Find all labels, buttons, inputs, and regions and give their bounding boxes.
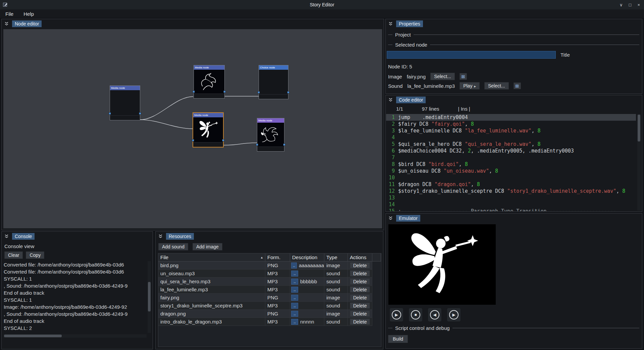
collapse-icon[interactable]	[4, 234, 9, 239]
delete-button[interactable]: Delete	[350, 294, 370, 301]
edit-description-button[interactable]: ..	[291, 295, 298, 301]
code-line[interactable]: 10	[386, 174, 636, 181]
stop-button[interactable]: ■	[409, 308, 423, 322]
sound-clear-button[interactable]: ⊠	[514, 82, 521, 89]
edit-description-button[interactable]: ..	[291, 262, 297, 269]
delete-button[interactable]: Delete	[350, 310, 370, 317]
play-button[interactable]: ▶	[389, 308, 404, 322]
code-line[interactable]: 2$fairy DC8 "fairy.qoi", 8	[386, 121, 636, 127]
panel-title-resources[interactable]: Resources	[166, 233, 194, 240]
panel-title-emulator[interactable]: Emulator	[396, 215, 420, 222]
code-line[interactable]: 5$qui_sera_le_hero DC8 "qui_sera_le_hero…	[386, 141, 636, 148]
collapse-icon[interactable]	[388, 97, 393, 102]
code-line[interactable]: 6$mediaChoice0004 DC32, 2, .mediaEntry00…	[386, 148, 636, 154]
input-port[interactable]	[109, 112, 111, 115]
resource-row[interactable]: un_oiseau.mp3MP3..soundDelete	[158, 270, 372, 278]
collapse-icon[interactable]	[4, 21, 9, 26]
console-log[interactable]: Converted file: /home/anthony/ostproj/ba…	[4, 261, 147, 333]
close-button[interactable]: ×	[637, 3, 640, 7]
add-sound-button[interactable]: Add sound	[158, 243, 188, 250]
node-canvas[interactable]: Media nodeMedia nodeChoice nodeMedia nod…	[3, 29, 382, 228]
resource-row[interactable]: intro_drako_le_dragon.mp3MP3..nnnnnsound…	[158, 318, 372, 326]
code-line[interactable]: 9$un_oiseau DC8 "un_oiseau.wav", 8	[386, 168, 636, 174]
column-header-actions[interactable]: Actions	[348, 253, 372, 261]
console-horizontal-scrollbar[interactable]	[4, 334, 147, 338]
shade-button[interactable]: ∨	[620, 3, 623, 7]
code-line[interactable]: 4	[386, 134, 636, 141]
edit-description-button[interactable]: ..	[291, 271, 298, 277]
choice-node[interactable]: Choice node	[259, 65, 288, 99]
title-input[interactable]	[387, 51, 556, 59]
add-image-button[interactable]: Add image	[193, 243, 222, 250]
column-header-file[interactable]: File▲	[158, 253, 265, 261]
code-area[interactable]: 1jump .mediaEntry00042$fairy DC8 "fairy.…	[386, 114, 636, 211]
resource-row[interactable]: bird.pngPNG..aaaaaaaaaimageDelete	[158, 261, 372, 270]
image-select-button[interactable]: Select...	[430, 73, 455, 80]
collapse-icon[interactable]	[158, 234, 163, 239]
output-port[interactable]	[139, 112, 141, 115]
panel-title-code-editor[interactable]: Code editor	[396, 97, 426, 103]
input-port[interactable]	[258, 91, 260, 94]
code-line[interactable]: 11$dragon DC8 "dragon.qoi", 8	[386, 181, 636, 188]
output-port[interactable]	[222, 139, 224, 141]
dragon-media-node[interactable]: Media node	[257, 118, 284, 152]
delete-button[interactable]: Delete	[350, 262, 370, 269]
resource-row[interactable]: dragon.pngPNG..imageDelete	[158, 310, 372, 318]
scrollbar-thumb[interactable]	[638, 115, 640, 141]
fairy-media-node[interactable]: Media node	[193, 112, 224, 148]
menu-help[interactable]: Help	[22, 10, 35, 17]
input-port[interactable]	[192, 139, 194, 141]
image-clear-button[interactable]: ⊠	[460, 73, 467, 80]
code-line[interactable]: 14	[386, 201, 636, 208]
code-line[interactable]: 3$la_fee_luminelle DC8 "la_fee_luminelle…	[386, 127, 636, 134]
resource-row[interactable]: qui_sera_le_hero.mp3MP3..bbbbbbsoundDele…	[158, 278, 372, 286]
code-line[interactable]: 13	[386, 194, 636, 201]
resource-row[interactable]: story1_drako_luminelle_sceptre.mp3MP3..s…	[158, 302, 372, 310]
edit-description-button[interactable]: ..	[291, 279, 298, 285]
play-sound-button[interactable]: Play▸	[460, 82, 480, 90]
step-forward-button[interactable]: ▶	[447, 308, 461, 322]
delete-button[interactable]: Delete	[350, 286, 370, 293]
code-line[interactable]: 1jump .mediaEntry0004	[386, 114, 636, 121]
collapse-icon[interactable]	[388, 21, 393, 26]
resource-row[interactable]: fairy.pngPNG..imageDelete	[158, 294, 372, 302]
code-line[interactable]: 12$story1_drako_luminelle_sceptre DC8 "s…	[386, 188, 636, 194]
delete-button[interactable]: Delete	[350, 278, 370, 285]
column-header-description[interactable]: Description	[290, 253, 324, 261]
delete-button[interactable]: Delete	[350, 302, 370, 309]
menu-file[interactable]: File	[4, 10, 14, 17]
scrollbar-thumb[interactable]	[148, 282, 151, 311]
resource-row[interactable]: la_fee_luminelle.mp3MP3..soundDelete	[158, 286, 372, 294]
clear-button[interactable]: Clear	[4, 251, 23, 259]
code-line[interactable]: 15;---------------------- Paragraph Type…	[386, 208, 636, 211]
input-port[interactable]	[193, 91, 195, 93]
column-header-form[interactable]: Form.	[265, 253, 290, 261]
code-line[interactable]: 7	[386, 154, 636, 161]
edit-description-button[interactable]: ..	[291, 311, 298, 317]
collapse-icon[interactable]	[388, 216, 393, 221]
maximize-button[interactable]: □	[629, 3, 632, 7]
edit-description-button[interactable]: ..	[291, 303, 298, 309]
intro-media-node[interactable]: Media node	[110, 85, 140, 120]
edit-description-button[interactable]: ..	[291, 319, 298, 325]
copy-button[interactable]: Copy	[26, 251, 44, 259]
sound-select-button[interactable]: Select...	[484, 82, 509, 90]
console-vertical-scrollbar[interactable]	[148, 261, 151, 333]
scrollbar-thumb[interactable]	[4, 335, 62, 337]
panel-title-node-editor[interactable]: Node editor	[12, 20, 42, 27]
build-button[interactable]: Build	[388, 335, 408, 343]
bird-media-node[interactable]: Media node	[194, 65, 225, 99]
input-port[interactable]	[256, 143, 258, 146]
output-port[interactable]	[223, 91, 226, 93]
code-line[interactable]: 8$bird DC8 "bird.qoi", 8	[386, 161, 636, 168]
edit-description-button[interactable]: ..	[291, 287, 298, 293]
delete-button[interactable]: Delete	[350, 270, 370, 277]
output-port[interactable]	[283, 143, 285, 146]
code-vertical-scrollbar[interactable]	[637, 114, 641, 211]
delete-button[interactable]: Delete	[350, 318, 370, 325]
panel-title-properties[interactable]: Properties	[396, 20, 423, 27]
panel-title-console[interactable]: Console	[12, 233, 35, 240]
column-header-type[interactable]: Type	[324, 253, 348, 261]
output-port[interactable]	[287, 91, 289, 94]
step-back-button[interactable]: ◀	[428, 308, 442, 322]
